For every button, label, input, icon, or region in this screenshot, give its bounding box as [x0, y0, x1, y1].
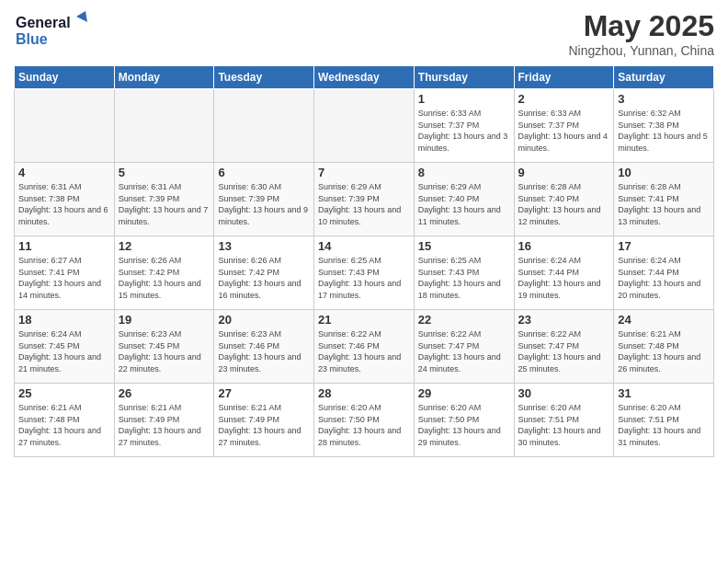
day-number: 3 [618, 92, 710, 106]
calendar-cell: 27Sunrise: 6:21 AMSunset: 7:49 PMDayligh… [214, 384, 314, 457]
weekday-header-wednesday: Wednesday [314, 66, 415, 89]
day-info: Sunrise: 6:20 AMSunset: 7:50 PMDaylight:… [318, 402, 410, 448]
calendar-cell: 15Sunrise: 6:25 AMSunset: 7:43 PMDayligh… [414, 236, 514, 310]
weekday-header-friday: Friday [514, 66, 614, 89]
calendar-cell [214, 89, 314, 163]
day-info: Sunrise: 6:24 AMSunset: 7:44 PMDaylight:… [618, 255, 710, 301]
calendar-cell: 24Sunrise: 6:21 AMSunset: 7:48 PMDayligh… [614, 310, 714, 384]
day-info: Sunrise: 6:29 AMSunset: 7:40 PMDaylight:… [418, 181, 510, 227]
weekday-header-monday: Monday [114, 66, 214, 89]
day-info: Sunrise: 6:23 AMSunset: 7:46 PMDaylight:… [218, 328, 310, 374]
calendar-cell: 12Sunrise: 6:26 AMSunset: 7:42 PMDayligh… [114, 236, 214, 310]
svg-text:General: General [16, 15, 71, 30]
day-number: 13 [218, 239, 310, 253]
calendar-week-4: 18Sunrise: 6:24 AMSunset: 7:45 PMDayligh… [15, 310, 714, 384]
day-info: Sunrise: 6:20 AMSunset: 7:51 PMDaylight:… [518, 402, 610, 448]
calendar-cell: 31Sunrise: 6:20 AMSunset: 7:51 PMDayligh… [614, 384, 714, 457]
page: General Blue May 2025 Ningzhou, Yunnan, … [0, 0, 728, 563]
day-info: Sunrise: 6:22 AMSunset: 7:46 PMDaylight:… [318, 328, 410, 374]
day-info: Sunrise: 6:28 AMSunset: 7:41 PMDaylight:… [618, 181, 710, 227]
day-info: Sunrise: 6:23 AMSunset: 7:45 PMDaylight:… [119, 328, 210, 374]
day-info: Sunrise: 6:24 AMSunset: 7:45 PMDaylight:… [18, 328, 110, 374]
calendar-cell [114, 89, 214, 163]
day-number: 27 [218, 386, 310, 400]
day-number: 1 [418, 92, 510, 106]
day-number: 2 [518, 92, 610, 106]
weekday-header-saturday: Saturday [614, 66, 714, 89]
day-number: 6 [218, 166, 310, 179]
day-info: Sunrise: 6:25 AMSunset: 7:43 PMDaylight:… [418, 255, 510, 301]
month-title: May 2025 [568, 9, 714, 43]
day-number: 8 [418, 166, 510, 179]
calendar-cell: 9Sunrise: 6:28 AMSunset: 7:40 PMDaylight… [514, 163, 614, 236]
calendar-cell: 4Sunrise: 6:31 AMSunset: 7:38 PMDaylight… [15, 163, 115, 236]
calendar-cell: 22Sunrise: 6:22 AMSunset: 7:47 PMDayligh… [414, 310, 514, 384]
weekday-header-thursday: Thursday [414, 66, 514, 89]
calendar-cell: 29Sunrise: 6:20 AMSunset: 7:50 PMDayligh… [414, 384, 514, 457]
calendar-week-2: 4Sunrise: 6:31 AMSunset: 7:38 PMDaylight… [15, 163, 714, 236]
calendar-cell: 8Sunrise: 6:29 AMSunset: 7:40 PMDaylight… [414, 163, 514, 236]
day-info: Sunrise: 6:26 AMSunset: 7:42 PMDaylight:… [218, 255, 310, 301]
weekday-header-row: SundayMondayTuesdayWednesdayThursdayFrid… [15, 66, 714, 89]
calendar-cell: 18Sunrise: 6:24 AMSunset: 7:45 PMDayligh… [15, 310, 115, 384]
day-info: Sunrise: 6:28 AMSunset: 7:40 PMDaylight:… [518, 181, 610, 227]
day-number: 21 [318, 313, 410, 327]
title-area: May 2025 Ningzhou, Yunnan, China [568, 9, 714, 58]
calendar-cell: 25Sunrise: 6:21 AMSunset: 7:48 PMDayligh… [15, 384, 115, 457]
calendar-table: SundayMondayTuesdayWednesdayThursdayFrid… [14, 65, 714, 457]
calendar-cell: 1Sunrise: 6:33 AMSunset: 7:37 PMDaylight… [414, 89, 514, 163]
calendar-cell [15, 89, 115, 163]
logo: General Blue [14, 9, 97, 54]
day-info: Sunrise: 6:21 AMSunset: 7:48 PMDaylight:… [18, 402, 110, 448]
day-info: Sunrise: 6:25 AMSunset: 7:43 PMDaylight:… [318, 255, 410, 301]
day-number: 9 [518, 166, 610, 179]
calendar-cell: 26Sunrise: 6:21 AMSunset: 7:49 PMDayligh… [114, 384, 214, 457]
day-info: Sunrise: 6:24 AMSunset: 7:44 PMDaylight:… [518, 255, 610, 301]
calendar-cell: 19Sunrise: 6:23 AMSunset: 7:45 PMDayligh… [114, 310, 214, 384]
day-info: Sunrise: 6:20 AMSunset: 7:51 PMDaylight:… [618, 402, 710, 448]
day-number: 15 [418, 239, 510, 253]
weekday-header-sunday: Sunday [15, 66, 115, 89]
calendar-cell [314, 89, 415, 163]
calendar-cell: 21Sunrise: 6:22 AMSunset: 7:46 PMDayligh… [314, 310, 415, 384]
calendar-cell: 2Sunrise: 6:33 AMSunset: 7:37 PMDaylight… [514, 89, 614, 163]
day-info: Sunrise: 6:30 AMSunset: 7:39 PMDaylight:… [218, 181, 310, 227]
day-number: 17 [618, 239, 710, 253]
day-number: 7 [318, 166, 410, 179]
calendar-cell: 6Sunrise: 6:30 AMSunset: 7:39 PMDaylight… [214, 163, 314, 236]
day-number: 16 [518, 239, 610, 253]
calendar-cell: 11Sunrise: 6:27 AMSunset: 7:41 PMDayligh… [15, 236, 115, 310]
day-info: Sunrise: 6:33 AMSunset: 7:37 PMDaylight:… [518, 108, 610, 154]
day-info: Sunrise: 6:22 AMSunset: 7:47 PMDaylight:… [518, 328, 610, 374]
calendar-cell: 23Sunrise: 6:22 AMSunset: 7:47 PMDayligh… [514, 310, 614, 384]
day-number: 29 [418, 386, 510, 400]
calendar-cell: 20Sunrise: 6:23 AMSunset: 7:46 PMDayligh… [214, 310, 314, 384]
day-info: Sunrise: 6:21 AMSunset: 7:48 PMDaylight:… [618, 328, 710, 374]
day-info: Sunrise: 6:22 AMSunset: 7:47 PMDaylight:… [418, 328, 510, 374]
day-number: 20 [218, 313, 310, 327]
calendar-cell: 3Sunrise: 6:32 AMSunset: 7:38 PMDaylight… [614, 89, 714, 163]
day-info: Sunrise: 6:26 AMSunset: 7:42 PMDaylight:… [119, 255, 210, 301]
day-info: Sunrise: 6:32 AMSunset: 7:38 PMDaylight:… [618, 108, 710, 154]
svg-marker-1 [76, 11, 87, 22]
calendar-cell: 17Sunrise: 6:24 AMSunset: 7:44 PMDayligh… [614, 236, 714, 310]
day-number: 26 [119, 386, 210, 400]
day-number: 30 [518, 386, 610, 400]
day-number: 31 [618, 386, 710, 400]
day-info: Sunrise: 6:20 AMSunset: 7:50 PMDaylight:… [418, 402, 510, 448]
header: General Blue May 2025 Ningzhou, Yunnan, … [14, 9, 714, 58]
calendar-cell: 13Sunrise: 6:26 AMSunset: 7:42 PMDayligh… [214, 236, 314, 310]
day-number: 19 [119, 313, 210, 327]
day-number: 25 [18, 386, 110, 400]
day-number: 4 [18, 166, 110, 179]
calendar-cell: 10Sunrise: 6:28 AMSunset: 7:41 PMDayligh… [614, 163, 714, 236]
calendar-cell: 28Sunrise: 6:20 AMSunset: 7:50 PMDayligh… [314, 384, 415, 457]
day-info: Sunrise: 6:27 AMSunset: 7:41 PMDaylight:… [18, 255, 110, 301]
calendar-week-1: 1Sunrise: 6:33 AMSunset: 7:37 PMDaylight… [15, 89, 714, 163]
calendar-cell: 14Sunrise: 6:25 AMSunset: 7:43 PMDayligh… [314, 236, 415, 310]
day-info: Sunrise: 6:31 AMSunset: 7:38 PMDaylight:… [18, 181, 110, 227]
day-info: Sunrise: 6:33 AMSunset: 7:37 PMDaylight:… [418, 108, 510, 154]
day-number: 23 [518, 313, 610, 327]
calendar-cell: 30Sunrise: 6:20 AMSunset: 7:51 PMDayligh… [514, 384, 614, 457]
calendar-cell: 16Sunrise: 6:24 AMSunset: 7:44 PMDayligh… [514, 236, 614, 310]
